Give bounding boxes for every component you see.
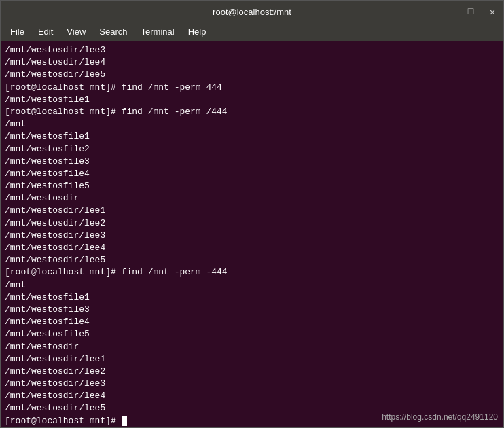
- title-bar: root@localhost:/mnt – □ ✕: [1, 1, 503, 22]
- terminal-line: /mnt/westosfile3: [5, 156, 90, 166]
- window-title: root@localhost:/mnt: [213, 7, 291, 17]
- terminal-line: /mnt/westosdir/lee5: [5, 69, 105, 79]
- terminal-line: /mnt/westosfile1: [5, 94, 90, 105]
- terminal-line: /mnt/westosdir/lee3: [5, 230, 105, 240]
- terminal-line: /mnt/westosdir/lee5: [5, 403, 105, 413]
- terminal-line: [root@localhost mnt]# find /mnt -perm /4…: [5, 107, 228, 117]
- terminal-line: /mnt/westosdir/lee4: [5, 243, 105, 253]
- minimize-button[interactable]: –: [438, 1, 460, 22]
- terminal-line: /mnt: [5, 280, 26, 290]
- menu-bar: File Edit View Search Terminal Help: [1, 22, 503, 41]
- terminal-line: /mnt/westosfile1: [5, 292, 90, 302]
- minimize-icon: –: [446, 6, 452, 17]
- terminal-line: /mnt/westosdir/lee5: [5, 255, 105, 265]
- cursor: [122, 416, 127, 426]
- terminal-line: [root@localhost mnt]#: [5, 416, 122, 426]
- terminal-window: root@localhost:/mnt – □ ✕ File Edit View…: [0, 0, 504, 428]
- close-button[interactable]: ✕: [482, 1, 503, 22]
- terminal-line: /mnt/westosdir/lee1: [5, 205, 105, 215]
- terminal-line: /mnt/westosfile2: [5, 144, 90, 154]
- terminal-line: /mnt/westosdir: [5, 193, 79, 203]
- terminal-line: [root@localhost mnt]# find /mnt -perm -4…: [5, 267, 228, 277]
- watermark: https://blog.csdn.net/qq2491120: [382, 412, 498, 422]
- terminal-line: /mnt/westosdir/lee4: [5, 57, 105, 67]
- maximize-icon: □: [468, 6, 473, 17]
- terminal-line: /mnt/westosdir/lee3: [5, 378, 105, 389]
- terminal-line: /mnt/westosfile5: [5, 329, 90, 339]
- terminal-line: /mnt/westosdir/lee2: [5, 366, 105, 376]
- terminal-line: /mnt/westosfile4: [5, 317, 90, 327]
- maximize-button[interactable]: □: [460, 1, 482, 22]
- menu-view[interactable]: View: [60, 24, 92, 39]
- terminal-line: /mnt/westosdir/lee1: [5, 354, 105, 364]
- terminal-line: /mnt/westosfile3: [5, 304, 90, 315]
- terminal-output: /mnt/westosdir/lee3 /mnt/westosdir/lee4 …: [5, 44, 499, 427]
- menu-help[interactable]: Help: [181, 24, 213, 39]
- terminal-line: /mnt/westosdir/lee3: [5, 45, 105, 55]
- menu-terminal[interactable]: Terminal: [134, 24, 181, 39]
- terminal-body[interactable]: /mnt/westosdir/lee3 /mnt/westosdir/lee4 …: [1, 41, 503, 427]
- terminal-line: /mnt/westosfile1: [5, 131, 90, 141]
- terminal-line: /mnt/westosdir/lee2: [5, 218, 105, 228]
- window-controls: – □ ✕: [438, 1, 503, 22]
- menu-search[interactable]: Search: [92, 24, 134, 39]
- menu-file[interactable]: File: [3, 24, 31, 39]
- terminal-line: [root@localhost mnt]# find /mnt -perm 44…: [5, 82, 222, 92]
- terminal-line: /mnt/westosdir/lee4: [5, 391, 105, 401]
- close-icon: ✕: [490, 6, 495, 18]
- terminal-line: /mnt/westosfile4: [5, 168, 90, 179]
- terminal-line: /mnt/westosfile5: [5, 181, 90, 191]
- terminal-line: /mnt/westosdir: [5, 342, 79, 352]
- menu-edit[interactable]: Edit: [31, 24, 60, 39]
- terminal-line: /mnt: [5, 119, 26, 129]
